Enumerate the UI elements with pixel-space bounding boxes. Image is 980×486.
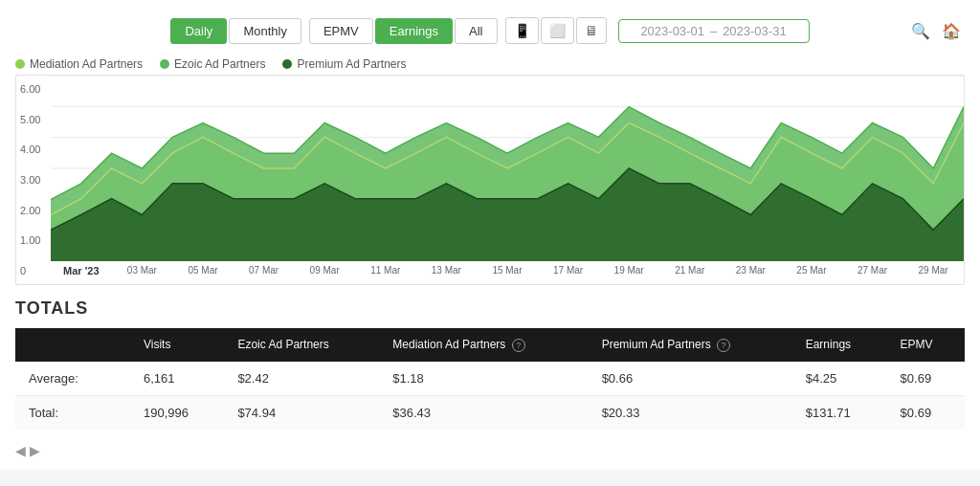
x-label-09mar: 09 Mar [294, 265, 355, 276]
x-label-03mar: 03 Mar [112, 265, 173, 276]
x-label-17mar: 17 Mar [538, 265, 599, 276]
epmv-button[interactable]: EPMV [309, 18, 373, 44]
mediation-help-icon[interactable]: ? [512, 339, 525, 352]
x-label-23mar: 23 Mar [721, 265, 782, 276]
x-label-29mar: 29 Mar [902, 265, 964, 276]
col-header-mediation: Mediation Ad Partners ? [379, 328, 588, 362]
x-label-mar23: Mar '23 [51, 265, 112, 276]
home-icon[interactable]: 🏠 [938, 20, 965, 42]
premium-label: Premium Ad Partners [297, 57, 406, 71]
legend-item-premium: Premium Ad Partners [282, 57, 406, 71]
ezoic-dot [160, 59, 169, 69]
totals-title: TOTALS [15, 298, 965, 319]
legend-item-mediation: Mediation Ad Partners [15, 57, 143, 71]
y-axis: 6.00 5.00 4.00 3.00 2.00 1.00 0 [16, 76, 51, 284]
date-start: 2023-03-01 [640, 24, 704, 38]
col-header-epmv: EPMV [887, 328, 965, 362]
col-header-earnings: Earnings [792, 328, 887, 362]
y-label-0: 0 [20, 265, 47, 276]
x-label-11mar: 11 Mar [355, 265, 416, 276]
mobile-icon[interactable]: 📱 [505, 17, 539, 44]
desktop-icon[interactable]: 🖥 [576, 17, 607, 44]
scroll-left-icon[interactable]: ◀ [15, 443, 26, 458]
daily-button[interactable]: Daily [170, 18, 227, 44]
chart-svg [51, 76, 964, 261]
x-label-07mar: 07 Mar [234, 265, 295, 276]
col-header-visits: Visits [130, 328, 224, 362]
row-epmv-total: $0.69 [887, 395, 965, 430]
table-row-total: Total: 190,996 $74.94 $36.43 $20.33 $131… [15, 395, 965, 430]
col-header-label [15, 328, 130, 362]
mediation-label: Mediation Ad Partners [30, 57, 143, 71]
totals-section: TOTALS Visits Ezoic Ad Partners Mediatio… [15, 285, 965, 437]
time-period-buttons: Daily Monthly [170, 18, 301, 44]
premium-help-icon[interactable]: ? [717, 339, 730, 352]
tablet-icon[interactable]: ⬜ [541, 17, 574, 44]
chart-legend: Mediation Ad Partners Ezoic Ad Partners … [15, 52, 965, 75]
row-visits-total: 190,996 [130, 395, 224, 430]
x-label-21mar: 21 Mar [659, 265, 721, 276]
chart-area: 6.00 5.00 4.00 3.00 2.00 1.00 0 [15, 75, 965, 285]
y-label-3: 3.00 [20, 174, 47, 186]
row-ezoic-total: $74.94 [224, 395, 379, 430]
row-ezoic-average: $2.42 [224, 362, 379, 396]
row-earnings-total: $131.71 [792, 395, 887, 430]
col-header-ezoic: Ezoic Ad Partners [224, 328, 379, 362]
ezoic-label: Ezoic Ad Partners [174, 57, 265, 71]
date-separator: – [710, 24, 717, 38]
totals-table: Visits Ezoic Ad Partners Mediation Ad Pa… [15, 328, 965, 430]
x-label-25mar: 25 Mar [781, 265, 842, 276]
row-visits-average: 6,161 [130, 362, 224, 396]
device-buttons: 📱 ⬜ 🖥 [505, 17, 607, 44]
y-label-6: 6.00 [20, 83, 47, 95]
all-button[interactable]: All [455, 18, 497, 44]
y-label-5: 5.00 [20, 114, 47, 125]
scroll-controls: ◀ ▶ [15, 437, 965, 460]
premium-dot [282, 59, 292, 69]
x-label-19mar: 19 Mar [598, 265, 659, 276]
chart-svg-container [51, 76, 964, 261]
earnings-button[interactable]: Earnings [375, 18, 453, 44]
scroll-right-icon[interactable]: ▶ [30, 443, 40, 458]
y-label-2: 2.00 [20, 205, 47, 216]
x-label-13mar: 13 Mar [416, 265, 478, 276]
row-epmv-average: $0.69 [887, 362, 965, 396]
row-label-average: Average: [15, 362, 130, 396]
metric-buttons: EPMV Earnings All [309, 18, 498, 44]
x-label-05mar: 05 Mar [172, 265, 234, 276]
row-premium-total: $20.33 [589, 395, 792, 430]
monthly-button[interactable]: Monthly [229, 18, 301, 44]
date-end: 2023-03-31 [723, 24, 787, 38]
row-premium-average: $0.66 [589, 362, 792, 396]
col-header-premium: Premium Ad Partners ? [589, 328, 792, 362]
row-mediation-total: $36.43 [379, 395, 588, 430]
x-label-27mar: 27 Mar [842, 265, 903, 276]
y-label-4: 4.00 [20, 144, 47, 155]
mediation-dot [15, 59, 25, 69]
toolbar: Daily Monthly EPMV Earnings All 📱 ⬜ 🖥 20… [15, 10, 965, 52]
table-header-row: Visits Ezoic Ad Partners Mediation Ad Pa… [15, 328, 965, 362]
row-mediation-average: $1.18 [379, 362, 588, 396]
x-axis: Mar '23 03 Mar 05 Mar 07 Mar 09 Mar 11 M… [51, 261, 964, 284]
y-label-1: 1.00 [20, 234, 47, 246]
row-earnings-average: $4.25 [792, 362, 887, 396]
toolbar-action-icons: 🔍 🏠 [907, 20, 965, 42]
search-icon[interactable]: 🔍 [907, 20, 934, 42]
legend-item-ezoic: Ezoic Ad Partners [160, 57, 265, 71]
x-label-15mar: 15 Mar [477, 265, 538, 276]
date-range-picker[interactable]: 2023-03-01 – 2023-03-31 [618, 19, 810, 43]
table-row-average: Average: 6,161 $2.42 $1.18 $0.66 $4.25 $… [15, 362, 965, 396]
row-label-total: Total: [15, 395, 130, 430]
